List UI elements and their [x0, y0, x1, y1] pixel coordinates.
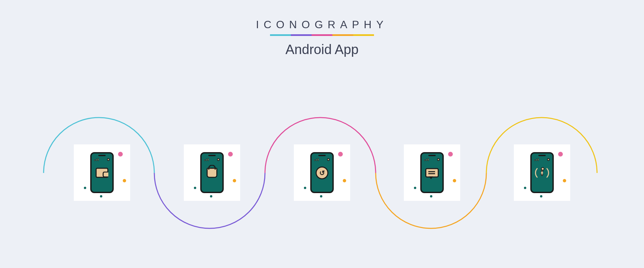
- stripe-3: [312, 34, 332, 36]
- deco-dot: [338, 152, 343, 157]
- deco-dot: [210, 195, 212, 197]
- deco-dot: [233, 179, 236, 182]
- deco-dot: [194, 187, 196, 189]
- stripe-4: [332, 34, 353, 36]
- icon-card-wallet: [74, 144, 130, 201]
- phone-shopping-icon: [200, 152, 224, 193]
- deco-dot: [540, 195, 542, 197]
- icon-card-info: [514, 144, 570, 201]
- color-stripes: [0, 34, 644, 36]
- deco-dot: [448, 152, 453, 157]
- phone-reload-icon: ↺: [310, 152, 334, 193]
- deco-dot: [343, 179, 346, 182]
- deco-dot: [100, 195, 102, 197]
- header: ICONOGRAPHY Android App: [0, 0, 644, 57]
- deco-dot: [563, 179, 566, 182]
- deco-dot: [118, 152, 123, 157]
- icon-card-reload: ↺: [294, 144, 350, 201]
- deco-dot: [228, 152, 233, 157]
- deco-dot: [123, 179, 126, 182]
- deco-dot: [304, 187, 306, 189]
- deco-dot: [84, 187, 86, 189]
- phone-message-icon: [420, 152, 444, 193]
- deco-dot: [558, 152, 563, 157]
- deco-dot: [524, 187, 526, 189]
- icon-card-shopping: [184, 144, 240, 201]
- stripe-2: [291, 34, 312, 36]
- subtitle: Android App: [0, 42, 644, 57]
- deco-dot: [430, 195, 432, 197]
- icons-row: ↺: [0, 144, 644, 201]
- phone-wallet-icon: [90, 152, 114, 193]
- brand-title: ICONOGRAPHY: [0, 18, 644, 31]
- deco-dot: [453, 179, 456, 182]
- deco-dot: [414, 187, 416, 189]
- phone-info-icon: [530, 152, 554, 193]
- icon-card-message: [404, 144, 460, 201]
- stripe-5: [353, 34, 374, 36]
- stripe-1: [270, 34, 291, 36]
- deco-dot: [320, 195, 322, 197]
